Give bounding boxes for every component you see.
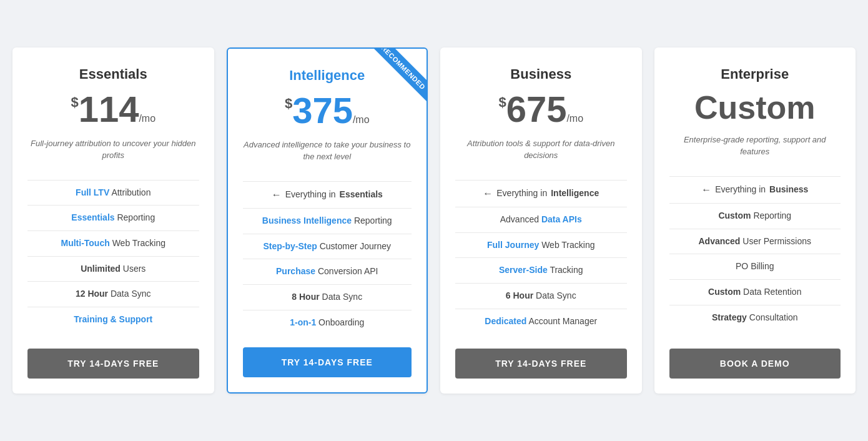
feature-item: Custom Data Retention <box>669 279 841 305</box>
feature-item: 12 Hour Data Sync <box>27 281 199 307</box>
plan-description: Advanced intelligence to take your busin… <box>243 139 412 169</box>
feature-item: Full LTV Attribution <box>27 180 199 206</box>
feature-highlight: 1-on-1 <box>290 317 316 327</box>
feature-highlight: Full Journey <box>487 240 539 250</box>
arrow-icon: ← <box>483 187 493 201</box>
features-list: ← Everything in IntelligenceAdvanced Dat… <box>455 180 627 336</box>
feature-highlight: Step-by-Step <box>263 241 317 251</box>
feature-item: Purchase Conversion API <box>243 259 412 284</box>
feature-bold: Advanced <box>698 236 740 246</box>
feature-bold: Unlimited <box>81 264 121 274</box>
plan-price: $114/mo <box>27 91 199 127</box>
feature-item: 8 Hour Data Sync <box>243 284 412 310</box>
feature-item: Advanced Data APIs <box>455 207 627 232</box>
price-amount: Custom <box>694 89 816 126</box>
cta-button-business[interactable]: TRY 14-DAYS FREE <box>455 349 627 379</box>
plan-card-enterprise: Enterprise Custom Enterprise-grade repor… <box>654 47 856 394</box>
price-amount: 375 <box>292 90 353 131</box>
feature-highlight: Server-Side <box>499 265 548 275</box>
features-list: ← Everything in BusinessCustom Reporting… <box>669 176 841 336</box>
feature-item: Full Journey Web Tracking <box>455 232 627 258</box>
plan-card-intelligence: RECOMMENDED Intelligence $375/mo Advance… <box>227 47 428 394</box>
feature-highlight: Full LTV <box>76 187 109 197</box>
price-per: /mo <box>566 113 583 124</box>
features-list: Full LTV AttributionEssentials Reporting… <box>27 180 199 336</box>
cta-button-intelligence[interactable]: TRY 14-DAYS FREE <box>243 347 412 377</box>
feature-item: PO Billing <box>669 254 841 279</box>
feature-bold: Custom <box>708 287 741 297</box>
feature-highlight: Purchase <box>276 266 315 276</box>
feature-bold: 8 Hour <box>292 292 319 302</box>
feature-item: Step-by-Step Customer Journey <box>243 234 412 259</box>
price-per: /mo <box>353 114 370 125</box>
plan-name: Essentials <box>27 66 199 82</box>
feature-item: Strategy Consultation <box>669 305 841 330</box>
price-amount: 675 <box>506 89 567 129</box>
feature-bold: Strategy <box>712 312 747 322</box>
price-dollar: $ <box>498 94 506 110</box>
feature-highlight: Multi-Touch <box>61 238 109 248</box>
feature-item: Dedicated Account Manager <box>455 309 627 334</box>
everything-in-item: ← Everything in Intelligence <box>455 180 627 207</box>
plan-name: Business <box>455 66 627 82</box>
feature-item: Custom Reporting <box>669 203 841 229</box>
arrow-icon: ← <box>701 183 711 197</box>
arrow-icon: ← <box>272 188 282 202</box>
plan-description: Attribution tools & support for data-dri… <box>455 137 627 167</box>
cta-button-essentials[interactable]: TRY 14-DAYS FREE <box>27 349 199 379</box>
feature-bold: 6 Hour <box>506 290 533 300</box>
feature-item: Advanced User Permissions <box>669 229 841 254</box>
feature-bold: 12 Hour <box>76 289 108 299</box>
everything-in-item: ← Everything in Essentials <box>243 181 412 208</box>
feature-highlight: Data APIs <box>541 214 582 224</box>
plan-name: Intelligence <box>243 67 412 84</box>
price-dollar: $ <box>285 96 292 111</box>
plan-card-business: Business $675/mo Attribution tools & sup… <box>440 47 642 394</box>
feature-item: Server-Side Tracking <box>455 257 627 283</box>
plan-price: Custom <box>669 91 841 124</box>
feature-item: 6 Hour Data Sync <box>455 283 627 309</box>
feature-item: Training & Support <box>27 307 199 332</box>
price-amount: 114 <box>79 89 139 129</box>
feature-bold: Custom <box>718 211 751 220</box>
feature-item: Multi-Touch Web Tracking <box>27 230 199 256</box>
price-dollar: $ <box>71 94 78 110</box>
plan-card-essentials: Essentials $114/mo Full-journey attribut… <box>12 47 214 394</box>
everything-in-item: ← Everything in Business <box>669 176 841 203</box>
plan-price: $675/mo <box>455 91 627 127</box>
plan-name: Enterprise <box>669 66 841 82</box>
feature-highlight: Training & Support <box>74 314 152 324</box>
feature-highlight: Dedicated <box>485 316 526 326</box>
price-per: /mo <box>139 113 155 124</box>
plan-price: $375/mo <box>243 92 412 129</box>
plan-description: Full-journey attribution to uncover your… <box>27 137 199 167</box>
feature-item: Unlimited Users <box>27 256 199 282</box>
plan-description: Enterprise-grade reporting, support and … <box>669 134 841 164</box>
features-list: ← Everything in EssentialsBusiness Intel… <box>243 181 412 335</box>
pricing-grid: Essentials $114/mo Full-journey attribut… <box>12 47 856 394</box>
feature-highlight: Business Intelligence <box>262 216 352 225</box>
feature-highlight: Essentials <box>71 212 114 222</box>
cta-button-enterprise[interactable]: BOOK A DEMO <box>669 349 841 379</box>
feature-item: Business Intelligence Reporting <box>243 208 412 234</box>
feature-item: Essentials Reporting <box>27 205 199 230</box>
feature-item: 1-on-1 Onboarding <box>243 310 412 335</box>
